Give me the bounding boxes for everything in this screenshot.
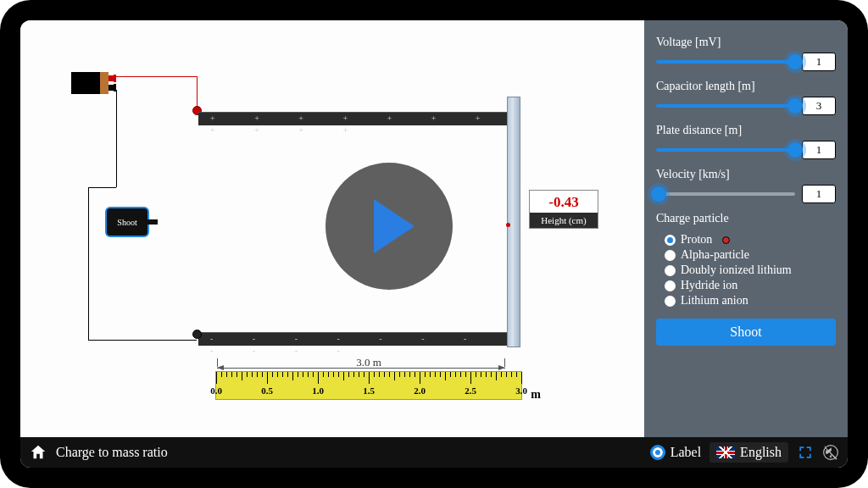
particle-gun[interactable]: Shoot — [105, 207, 149, 237]
plate-distance-value[interactable]: 1 — [802, 141, 836, 159]
language-name: English — [740, 445, 782, 460]
ruler-tick-label: 0.5 — [261, 385, 273, 396]
fullscreen-icon[interactable] — [797, 444, 814, 461]
play-icon — [374, 199, 415, 253]
wire-negative — [88, 340, 197, 341]
velocity-slider[interactable] — [656, 192, 795, 196]
label-toggle-text: Label — [670, 445, 701, 460]
capacitor-bottom-plate: - - - - - - - - - - - — [198, 332, 512, 346]
svg-rect-1 — [100, 72, 108, 94]
control-panel: Voltage [mV] 1 Capacitor length [m] 3 Pl… — [644, 20, 848, 437]
radio-icon — [665, 235, 676, 246]
content-area: + + + + + + + + + + + - - - - - - - - - … — [20, 20, 848, 437]
particle-radio-group: ProtonAlpha-particleDoubly ionized lithi… — [656, 232, 836, 308]
app-screen: + + + + + + + + + + + - - - - - - - - - … — [20, 20, 848, 468]
wire-negative — [88, 187, 89, 340]
proton-dot-icon — [722, 236, 730, 244]
particle-option-label: Alpha-particle — [681, 248, 749, 262]
ruler-tick-label: 1.0 — [312, 385, 324, 396]
svg-rect-0 — [71, 72, 100, 94]
ruler-caption: 3.0 m — [356, 356, 381, 369]
capacitor-top-plate: + + + + + + + + + + + — [198, 112, 512, 125]
voltage-value[interactable]: 1 — [802, 53, 836, 71]
particle-gun-label: Shoot — [117, 218, 136, 227]
radio-on-icon — [650, 445, 665, 460]
language-selector[interactable]: English — [709, 442, 788, 463]
impact-point-icon — [506, 223, 510, 227]
sound-off-icon[interactable] — [822, 444, 839, 461]
plate-distance-label: Plate distance [m] — [656, 124, 836, 137]
particle-option[interactable]: Lithium anion — [656, 293, 836, 308]
ruler-tick-label: 2.5 — [465, 385, 476, 396]
radio-icon — [665, 250, 676, 261]
label-toggle[interactable]: Label — [650, 445, 701, 460]
app-title: Charge to mass ratio — [56, 445, 168, 460]
ruler-unit: m — [531, 388, 541, 402]
svg-rect-2 — [108, 75, 114, 81]
radio-icon — [665, 280, 676, 291]
height-readout: -0.43 Height (cm) — [529, 190, 598, 229]
tablet-frame: + + + + + + + + + + + - - - - - - - - - … — [0, 0, 868, 488]
capacitor-length-value[interactable]: 3 — [802, 97, 836, 115]
particle-option[interactable]: Doubly ionized lithium — [656, 263, 836, 278]
ruler[interactable]: 3.0 m 0.00.51.01.52.02.53.0 m — [215, 358, 522, 400]
wire-negative — [88, 187, 116, 188]
terminal-negative-icon — [192, 330, 202, 339]
plate-distance-slider[interactable] — [656, 148, 795, 152]
ruler-tick-label: 3.0 — [515, 385, 527, 396]
voltage-slider[interactable] — [656, 60, 795, 64]
particle-option[interactable]: Hydride ion — [656, 278, 836, 293]
radio-icon — [665, 296, 676, 307]
height-value: -0.43 — [530, 191, 598, 213]
voltage-label: Voltage [mV] — [656, 36, 836, 49]
particle-option-label: Lithium anion — [681, 294, 748, 308]
particle-option-label: Proton — [681, 233, 712, 247]
simulation-canvas: + + + + + + + + + + + - - - - - - - - - … — [20, 20, 644, 437]
height-label: Height (cm) — [530, 213, 598, 228]
ruler-tick-label: 1.5 — [363, 385, 375, 396]
bottom-bar: Charge to mass ratio Label English — [20, 437, 848, 468]
capacitor-length-slider[interactable] — [656, 104, 795, 108]
svg-rect-3 — [108, 85, 114, 91]
velocity-value[interactable]: 1 — [802, 185, 836, 203]
play-button[interactable] — [326, 163, 453, 290]
battery-icon — [71, 67, 125, 104]
shoot-button[interactable]: Shoot — [656, 319, 836, 346]
radio-icon — [665, 265, 676, 276]
capacitor-length-label: Capacitor length [m] — [656, 80, 836, 93]
velocity-label: Velocity [km/s] — [656, 168, 836, 181]
particle-option[interactable]: Proton — [656, 232, 836, 247]
ruler-body: 0.00.51.01.52.02.53.0 — [215, 371, 522, 400]
particle-option[interactable]: Alpha-particle — [656, 247, 836, 263]
uk-flag-icon — [716, 446, 735, 458]
ruler-tick-label: 0.0 — [210, 385, 222, 396]
ruler-tick-label: 2.0 — [414, 385, 426, 396]
particle-group-label: Charge particle — [656, 212, 836, 225]
particle-option-label: Hydride ion — [681, 279, 737, 292]
detector-screen — [507, 97, 520, 347]
wire-positive — [115, 76, 197, 77]
particle-option-label: Doubly ionized lithium — [681, 263, 792, 277]
home-icon[interactable] — [29, 443, 47, 462]
wire-negative — [116, 90, 117, 187]
